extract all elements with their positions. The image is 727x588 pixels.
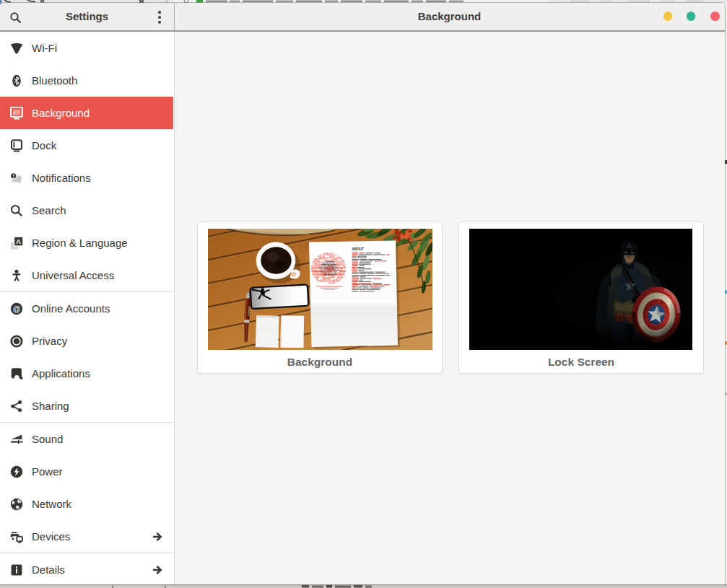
svg-text:@: @ [13, 304, 21, 313]
svg-text:A: A [16, 237, 21, 245]
svg-text:ABOUT: ABOUT [352, 247, 365, 250]
